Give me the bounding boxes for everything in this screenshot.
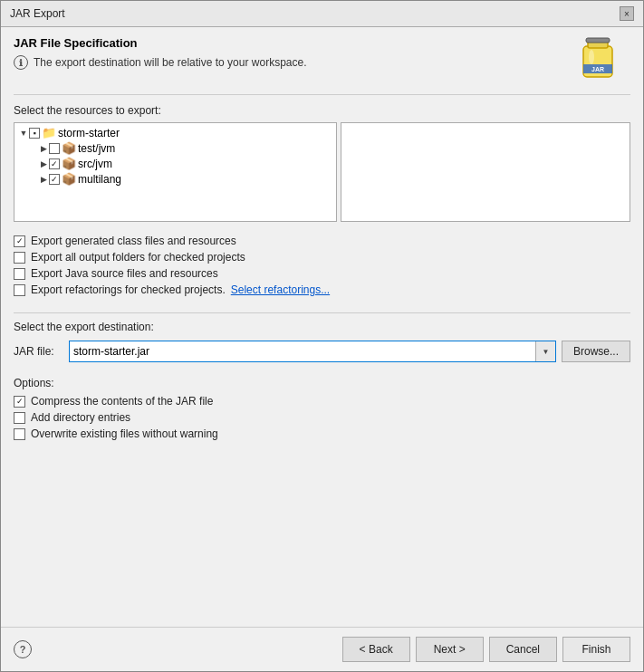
- select-refactorings-link[interactable]: Select refactorings...: [231, 283, 330, 296]
- export-opt1-label: Export generated class files and resourc…: [31, 235, 236, 247]
- tree-item-test-jvm[interactable]: ▶ 📦 test/jvm: [16, 140, 334, 156]
- info-row: ℹ The export destination will be relativ…: [14, 55, 306, 70]
- info-text: The export destination will be relative …: [34, 56, 306, 69]
- jar-file-row: JAR file: ▼ Browse...: [14, 341, 630, 362]
- jar-dropdown-button[interactable]: ▼: [535, 341, 555, 361]
- destination-section: Select the export destination: JAR file:…: [14, 321, 630, 371]
- tree-label-test-jvm: test/jvm: [78, 142, 115, 155]
- jar-export-dialog: JAR Export × JAR File Specification ℹ Th…: [0, 0, 644, 672]
- export-opt3-label: Export Java source files and resources: [31, 267, 218, 280]
- jar-opt1-label: Compress the contents of the JAR file: [31, 395, 213, 408]
- tree-item-src-jvm[interactable]: ▶ 📦 src/jvm: [16, 156, 334, 171]
- folder-icon-storm-starter: 📁: [42, 126, 56, 139]
- jar-opt1-row: Compress the contents of the JAR file: [14, 395, 630, 408]
- tree-item-storm-starter[interactable]: ▼ 📁 storm-starter: [16, 125, 334, 140]
- checkbox-test-jvm[interactable]: [49, 143, 60, 154]
- dialog-content: JAR File Specification ℹ The export dest…: [1, 27, 643, 627]
- jar-options-label: Options:: [14, 377, 630, 389]
- browse-button[interactable]: Browse...: [562, 341, 630, 362]
- jar-input-wrap: ▼: [69, 341, 556, 362]
- jar-opt2-label: Add directory entries: [31, 411, 130, 424]
- jar-opt2-row: Add directory entries: [14, 411, 630, 424]
- back-button[interactable]: < Back: [342, 637, 410, 662]
- next-button[interactable]: Next >: [416, 637, 484, 662]
- export-opt3-row: Export Java source files and resources: [14, 267, 630, 280]
- svg-text:JAR: JAR: [591, 66, 604, 72]
- button-bar: ? < Back Next > Cancel Finish: [1, 627, 643, 671]
- expand-arrow-storm-starter[interactable]: ▼: [18, 128, 29, 139]
- cancel-button[interactable]: Cancel: [489, 637, 557, 662]
- export-options-section: Export generated class files and resourc…: [14, 235, 630, 300]
- jar-file-label: JAR file:: [14, 345, 63, 358]
- tree-label-storm-starter: storm-starter: [58, 127, 120, 139]
- folder-icon-src-jvm: 📦: [62, 157, 76, 170]
- checkbox-jar-opt2[interactable]: [14, 412, 25, 424]
- resources-label: Select the resources to export:: [14, 104, 630, 117]
- tree-item-multilang[interactable]: ▶ 📦 multilang: [16, 171, 334, 187]
- close-button[interactable]: ×: [620, 6, 634, 21]
- title-bar: JAR Export ×: [1, 1, 643, 27]
- jar-file-input[interactable]: [70, 341, 535, 361]
- separator1: [14, 312, 630, 313]
- header-section: JAR File Specification ℹ The export dest…: [14, 36, 630, 95]
- tree-label-multilang: multilang: [78, 173, 121, 186]
- export-opt2-label: Export all output folders for checked pr…: [31, 251, 245, 264]
- expand-arrow-multilang[interactable]: ▶: [38, 174, 49, 185]
- jar-options-section: Options: Compress the contents of the JA…: [14, 377, 630, 444]
- dialog-title: JAR Export: [10, 7, 65, 20]
- export-opt1-row: Export generated class files and resourc…: [14, 235, 630, 247]
- jar-opt3-row: Overwrite existing files without warning: [14, 427, 630, 440]
- tree-label-src-jvm: src/jvm: [78, 158, 112, 170]
- checkbox-export-opt3[interactable]: [14, 268, 25, 280]
- checkbox-export-opt4[interactable]: [14, 284, 25, 296]
- expand-arrow-src-jvm[interactable]: ▶: [38, 158, 49, 169]
- export-opt2-row: Export all output folders for checked pr…: [14, 251, 630, 264]
- info-icon: ℹ: [14, 55, 28, 70]
- export-opt4-row: Export refactorings for checked projects…: [14, 283, 630, 296]
- resources-section: Select the resources to export: ▼ 📁 stor…: [14, 104, 630, 229]
- destination-label: Select the export destination:: [14, 321, 630, 333]
- expand-arrow-test-jvm[interactable]: ▶: [38, 143, 49, 154]
- right-panel: [341, 122, 630, 222]
- checkbox-src-jvm[interactable]: [49, 158, 60, 169]
- checkbox-jar-opt3[interactable]: [14, 428, 25, 440]
- svg-point-3: [589, 50, 594, 64]
- checkbox-multilang[interactable]: [49, 174, 60, 185]
- checkbox-storm-starter[interactable]: [29, 128, 40, 139]
- svg-rect-2: [586, 38, 610, 43]
- section-title: JAR File Specification: [14, 36, 306, 50]
- checkbox-export-opt2[interactable]: [14, 252, 25, 264]
- checkbox-export-opt1[interactable]: [14, 235, 25, 247]
- checkbox-jar-opt1[interactable]: [14, 396, 25, 408]
- export-opt4-label: Export refactorings for checked projects…: [31, 283, 226, 296]
- folder-icon-multilang: 📦: [62, 172, 76, 186]
- button-group: < Back Next > Cancel Finish: [342, 637, 630, 662]
- folder-icon-test-jvm: 📦: [62, 141, 76, 155]
- tree-panel[interactable]: ▼ 📁 storm-starter ▶ 📦 test/jvm ▶: [14, 122, 337, 222]
- spacer: [14, 449, 630, 618]
- finish-button[interactable]: Finish: [562, 637, 630, 662]
- jar-icon: JAR: [574, 32, 621, 85]
- jar-opt3-label: Overwrite existing files without warning: [31, 427, 218, 440]
- tree-panel-row: ▼ 📁 storm-starter ▶ 📦 test/jvm ▶: [14, 122, 630, 222]
- help-button[interactable]: ?: [14, 640, 32, 658]
